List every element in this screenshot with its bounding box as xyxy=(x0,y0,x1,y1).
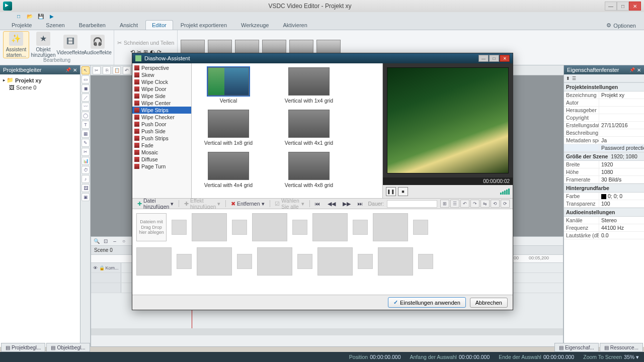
select-tool-icon[interactable]: ↖ xyxy=(82,66,90,74)
flip-icon[interactable]: ⇋ xyxy=(480,200,490,208)
zoom-out-icon[interactable]: – xyxy=(111,238,118,245)
effect-item[interactable]: Diffuse xyxy=(132,156,191,163)
gallery-item[interactable]: Vertical with 1x8 grid xyxy=(196,110,261,146)
tab-werkzeuge[interactable]: Werkzeuge xyxy=(234,20,275,30)
gallery-item[interactable]: Vertical with 4x8 grid xyxy=(276,152,342,188)
graph-tool-icon[interactable]: 📊 xyxy=(82,157,90,165)
pause-button[interactable]: ❚❚ xyxy=(386,187,396,196)
last-button[interactable]: ⏭ xyxy=(356,200,365,208)
tab-editor[interactable]: Editor xyxy=(145,20,173,30)
pin-icon[interactable]: 📌 xyxy=(629,67,635,72)
first-button[interactable]: ⏮ xyxy=(313,200,323,208)
next-button[interactable]: ▶▶ xyxy=(341,200,353,208)
slide-slot[interactable] xyxy=(257,247,292,276)
effect-item[interactable]: Page Turn xyxy=(132,163,191,170)
close-panel-icon[interactable]: ✕ xyxy=(73,67,77,73)
dialog-minimize-button[interactable]: — xyxy=(478,55,489,62)
dialog-maximize-button[interactable]: □ xyxy=(489,55,499,62)
add-file-button[interactable]: ✚Datei hinzufügen ▾ xyxy=(135,197,176,211)
options-button[interactable]: Optionen xyxy=(603,21,639,30)
tab-aktivieren[interactable]: Aktivieren xyxy=(276,20,313,30)
slide-slot[interactable] xyxy=(373,213,408,241)
effect-item[interactable]: Push Strips xyxy=(132,135,191,142)
track-header[interactable] xyxy=(91,273,121,283)
slide-slot[interactable] xyxy=(197,247,232,276)
slide-slot[interactable] xyxy=(252,213,287,241)
wizard-button[interactable]: ✨Assistent starten... xyxy=(3,31,29,58)
tab-bearbeiten[interactable]: Bearbeiten xyxy=(72,20,112,30)
text-tool-icon[interactable]: T xyxy=(82,121,90,129)
sort-cat-icon[interactable]: ☰ xyxy=(572,76,576,81)
track-header[interactable]: 👁 🔒 Kom... xyxy=(91,263,121,273)
effect-item[interactable]: Wipe Strips xyxy=(132,107,191,114)
prev-button[interactable]: ◀◀ xyxy=(326,200,338,208)
gallery-item[interactable]: Vertical with 4x1 grid xyxy=(276,110,342,146)
new-icon[interactable]: □ xyxy=(15,13,22,20)
cut-icon[interactable]: ✂ xyxy=(93,66,101,74)
image-tool-icon[interactable]: 🖼 xyxy=(82,184,90,192)
undo-icon[interactable]: ⟲ xyxy=(491,200,500,208)
gallery-item[interactable]: Vertical with 4x4 grid xyxy=(196,152,261,188)
pin-icon[interactable]: 📌 xyxy=(65,67,71,72)
gallery-item[interactable]: Vertical xyxy=(196,67,261,104)
slide-slot[interactable] xyxy=(232,220,247,235)
gallery-item[interactable]: Vertical with 1x4 grid xyxy=(276,67,342,104)
grid-icon[interactable]: ⊞ xyxy=(440,200,449,208)
tree-scene-node[interactable]: 🖼 Scene 0 xyxy=(2,84,78,91)
tab-projektbegleiter[interactable]: ▤ Projektbegl... xyxy=(1,343,45,352)
slide-slot[interactable] xyxy=(378,247,413,276)
window-close-button[interactable]: ✕ xyxy=(629,2,641,11)
slide-slot[interactable] xyxy=(292,220,307,235)
slide-slot[interactable] xyxy=(317,247,353,276)
tree-project-node[interactable]: 📁 Projekt xy xyxy=(2,76,78,84)
cut-split-button[interactable]: ✂ Schneiden und Teilen xyxy=(117,40,174,46)
list-icon[interactable]: ☰ xyxy=(450,200,459,208)
redo-icon[interactable]: ⟳ xyxy=(501,200,510,208)
volume-icon[interactable] xyxy=(500,189,510,195)
duration-input[interactable] xyxy=(387,200,437,208)
slide-slot[interactable] xyxy=(418,254,433,269)
effect-item[interactable]: Push Side xyxy=(132,128,191,135)
slide-slot[interactable] xyxy=(172,220,187,235)
zoom-in-icon[interactable]: 🔍 xyxy=(93,238,100,245)
effect-item[interactable]: Perspective xyxy=(132,64,191,71)
tab-szenen[interactable]: Szenen xyxy=(39,20,71,30)
effect-list[interactable]: PerspectiveSkewWipe ClockWipe DoorWipe S… xyxy=(132,63,192,198)
zoom-fit-icon[interactable]: ⊡ xyxy=(102,238,109,245)
slide-slot[interactable] xyxy=(136,247,172,276)
dialog-close-button[interactable]: ✕ xyxy=(500,55,510,62)
window-minimize-button[interactable]: — xyxy=(605,2,617,11)
rotate-left-icon[interactable]: ↶ xyxy=(460,200,469,208)
slide-slot[interactable] xyxy=(237,254,252,269)
rotate-right-icon[interactable]: ↷ xyxy=(470,200,479,208)
property-grid[interactable]: Projekteinstellungen BezeichnungProjekt … xyxy=(564,82,644,347)
tab-ansicht[interactable]: Ansicht xyxy=(113,20,144,30)
slide-slot[interactable] xyxy=(413,220,428,235)
effect-item[interactable]: Push Door xyxy=(132,121,191,128)
effect-item[interactable]: Mosaic xyxy=(132,149,191,156)
tab-ressourcen[interactable]: ▤ Ressource... xyxy=(600,343,643,352)
drop-zone-hint[interactable]: Dateien mit Drag Drop hier ablegen xyxy=(136,213,167,241)
video-fx-button[interactable]: 🎞Videoeffekte xyxy=(57,31,84,58)
apply-settings-button[interactable]: Einstellungen anwenden xyxy=(388,297,466,308)
effect-item[interactable]: Skew xyxy=(132,71,191,78)
tab-export[interactable]: Projekt exportieren xyxy=(174,20,233,30)
slide-slot[interactable] xyxy=(312,213,348,241)
shape-tool-icon[interactable]: ▣ xyxy=(82,193,90,201)
square-tool-icon[interactable]: ◼ xyxy=(82,84,90,93)
effect-item[interactable]: Wipe Clock xyxy=(132,78,191,85)
crop-tool-icon[interactable]: ✂ xyxy=(82,148,90,156)
audio-fx-button[interactable]: 🎧Audioeffekte xyxy=(85,31,111,58)
color-swatch[interactable] xyxy=(601,194,606,199)
slideshow-drop-area[interactable]: Dateien mit Drag Drop hier ablegen xyxy=(132,209,513,295)
status-zoom[interactable]: Zoom To Screen35% ▾ xyxy=(583,354,639,360)
window-maximize-button[interactable]: □ xyxy=(617,2,629,11)
open-icon[interactable]: 📂 xyxy=(26,13,33,20)
effect-item[interactable]: Wipe Checker xyxy=(132,114,191,121)
save-icon[interactable]: 💾 xyxy=(37,13,44,20)
play-icon[interactable]: ▶ xyxy=(48,13,55,20)
polyline-tool-icon[interactable]: 〰 xyxy=(82,103,90,111)
slide-slot[interactable] xyxy=(192,213,227,241)
timeline-scrollbar[interactable] xyxy=(91,328,563,335)
rect-tool-icon[interactable]: ▭ xyxy=(82,75,90,83)
